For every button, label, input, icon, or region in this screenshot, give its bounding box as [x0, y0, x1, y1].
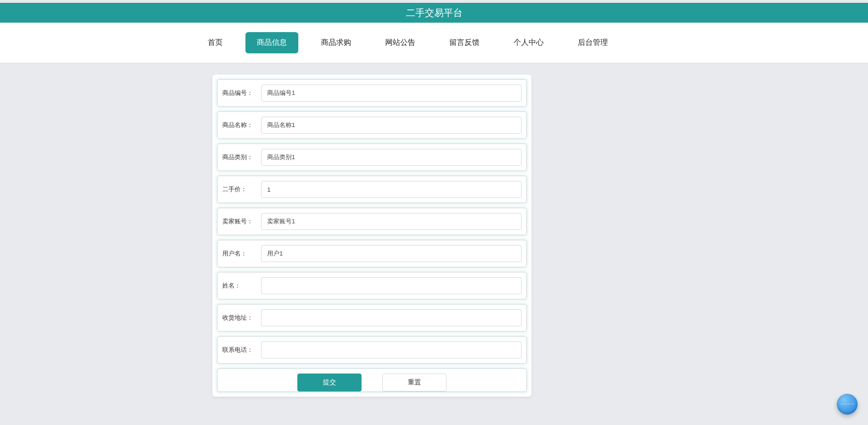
form-row-shipping-address: 收货地址： — [217, 304, 527, 332]
label-product-name: 商品名称： — [222, 121, 261, 129]
input-product-name[interactable] — [261, 117, 522, 134]
form-row-product-id: 商品编号： — [217, 79, 527, 107]
form-row-username: 用户名： — [217, 240, 527, 267]
input-username[interactable] — [261, 245, 522, 262]
form-row-product-name: 商品名称： — [217, 111, 527, 139]
reset-button[interactable]: 重置 — [382, 374, 447, 391]
floating-assistant-button[interactable] — [837, 394, 858, 415]
form-row-product-category: 商品类别： — [217, 144, 527, 171]
label-product-category: 商品类别： — [222, 153, 261, 162]
nav-announcements[interactable]: 网站公告 — [374, 32, 427, 53]
label-phone: 联系电话： — [222, 346, 261, 354]
input-product-id[interactable] — [261, 85, 522, 102]
form-row-phone: 联系电话： — [217, 336, 527, 364]
label-fullname: 姓名： — [222, 281, 261, 290]
nav-personal-center[interactable]: 个人中心 — [502, 32, 555, 53]
label-secondhand-price: 二手价： — [222, 185, 261, 194]
label-product-id: 商品编号： — [222, 89, 261, 97]
input-product-category[interactable] — [261, 149, 522, 166]
label-username: 用户名： — [222, 249, 261, 258]
input-phone[interactable] — [261, 341, 522, 358]
globe-icon — [841, 404, 854, 405]
form-row-secondhand-price: 二手价： — [217, 176, 527, 203]
content-area: 商品编号： 商品名称： 商品类别： 二手价： 卖家账号： 用户名： 姓名： — [0, 63, 868, 397]
nav-feedback[interactable]: 留言反馈 — [438, 32, 491, 53]
site-header: 二手交易平台 — [0, 3, 868, 23]
form-card: 商品编号： 商品名称： 商品类别： 二手价： 卖家账号： 用户名： 姓名： — [212, 75, 531, 397]
nav-admin[interactable]: 后台管理 — [566, 32, 619, 53]
site-title: 二手交易平台 — [406, 7, 463, 19]
nav-product-wanted[interactable]: 商品求购 — [310, 32, 362, 53]
submit-button[interactable]: 提交 — [297, 374, 362, 391]
input-fullname[interactable] — [261, 277, 522, 294]
form-row-fullname: 姓名： — [217, 272, 527, 299]
label-shipping-address: 收货地址： — [222, 314, 261, 322]
nav-product-info[interactable]: 商品信息 — [245, 32, 298, 53]
input-shipping-address[interactable] — [261, 309, 522, 326]
input-secondhand-price[interactable] — [261, 181, 522, 198]
nav-home[interactable]: 首页 — [196, 32, 234, 53]
main-nav: 首页 商品信息 商品求购 网站公告 留言反馈 个人中心 后台管理 — [0, 23, 868, 63]
button-row: 提交 重置 — [217, 368, 527, 392]
form-row-seller-account: 卖家账号： — [217, 208, 527, 235]
input-seller-account[interactable] — [261, 213, 522, 230]
label-seller-account: 卖家账号： — [222, 217, 261, 226]
